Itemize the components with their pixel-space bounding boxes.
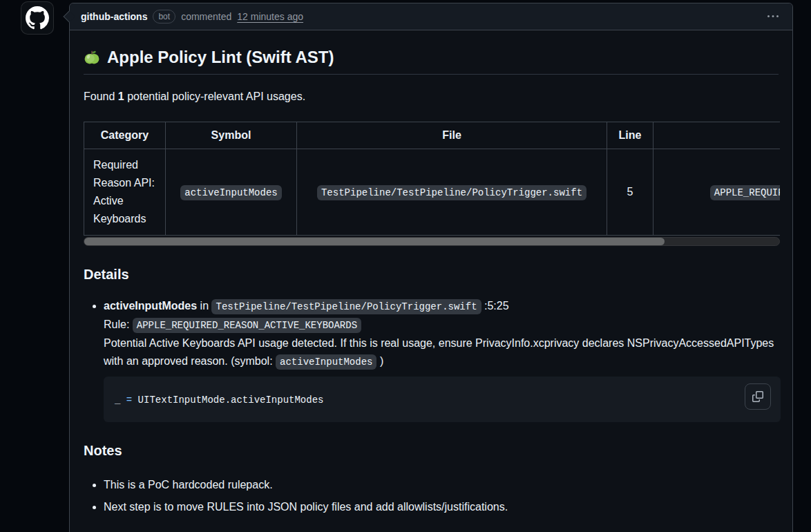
cell-rule: APPLE_REQUIRED_REASON_ACTIVE_KEYBOARDS xyxy=(653,149,781,236)
column-header-file: File xyxy=(297,122,607,149)
detail-file-code: TestPipeline/TestPipeline/PolicyTrigger.… xyxy=(211,299,481,314)
bot-badge: bot xyxy=(153,10,175,23)
kebab-horizontal-icon xyxy=(767,11,779,22)
summary-prefix: Found xyxy=(84,91,118,102)
author-link[interactable]: github-actions xyxy=(81,11,147,22)
cell-line: 5 xyxy=(607,149,653,236)
symbol-note-prefix: (symbol: xyxy=(231,355,276,367)
timestamp-link[interactable]: 12 minutes ago xyxy=(237,11,303,22)
cell-symbol: activeInputModes xyxy=(166,149,297,236)
copy-icon xyxy=(752,391,763,402)
findings-table-viewport: Category Symbol File Line Rule Required … xyxy=(84,122,780,236)
symbol-note-code: activeInputModes xyxy=(276,354,376,370)
comment-header: github-actions bot commented 12 minutes … xyxy=(70,3,792,30)
github-octocat-icon xyxy=(26,6,49,30)
code-block: _ = UITextInputMode.activeInputModes xyxy=(104,377,781,422)
green-apple-icon xyxy=(84,49,100,66)
comment-options-button[interactable] xyxy=(765,8,781,25)
rule-label: Rule: xyxy=(104,319,133,330)
column-header-line: Line xyxy=(607,122,653,149)
details-list: activeInputModes in TestPipeline/TestPip… xyxy=(84,297,779,422)
detail-line-rule: Rule: APPLE_REQUIRED_REASON_ACTIVE_KEYBO… xyxy=(104,316,779,334)
rule-code: APPLE_REQUIRED_REASON_ACTIVE_KEYBOARDS xyxy=(710,185,780,200)
copy-code-button[interactable] xyxy=(745,383,771,410)
detail-description: Potential Active Keyboards API usage det… xyxy=(104,334,779,371)
details-heading: Details xyxy=(84,265,779,283)
code-rhs: UITextInputMode.activeInputModes xyxy=(132,395,323,406)
detail-rule-code: APPLE_REQUIRED_REASON_ACTIVE_KEYBOARDS xyxy=(133,318,361,333)
summary-count: 1 xyxy=(118,91,124,102)
report-title: Apple Policy Lint (Swift AST) xyxy=(84,47,779,75)
detail-line-location: activeInputModes in TestPipeline/TestPip… xyxy=(104,297,779,316)
github-actions-avatar[interactable] xyxy=(21,1,54,35)
table-row: Required Reason API: Active Keyboards ac… xyxy=(84,149,781,236)
notes-list: This is a PoC hardcoded rulepack. Next s… xyxy=(84,476,779,516)
comment-caret xyxy=(64,11,75,23)
code-snippet: _ = UITextInputMode.activeInputModes xyxy=(115,395,323,406)
symbol-code: activeInputModes xyxy=(180,185,281,200)
comment-body: Apple Policy Lint (Swift AST) Found 1 po… xyxy=(70,30,792,531)
action-text: commented xyxy=(181,11,231,22)
file-code: TestPipeline/TestPipeline/PolicyTrigger.… xyxy=(317,185,586,200)
note-item: This is a PoC hardcoded rulepack. xyxy=(104,476,779,494)
comment-card: github-actions bot commented 12 minutes … xyxy=(69,3,793,532)
summary-line: Found 1 potential policy-relevant API us… xyxy=(84,88,779,105)
notes-heading: Notes xyxy=(84,441,779,459)
detail-line-col: :5:25 xyxy=(481,300,509,312)
description-text: Potential Active Keyboards API usage det… xyxy=(104,337,774,367)
findings-table: Category Symbol File Line Rule Required … xyxy=(84,122,780,236)
column-header-symbol: Symbol xyxy=(166,122,297,149)
cell-category: Required Reason API: Active Keyboards xyxy=(84,149,166,236)
summary-suffix: potential policy-relevant API usages. xyxy=(124,91,305,102)
column-header-rule: Rule xyxy=(653,122,781,149)
detail-symbol: activeInputModes xyxy=(104,300,197,312)
cell-file: TestPipeline/TestPipeline/PolicyTrigger.… xyxy=(297,149,607,236)
detail-item: activeInputModes in TestPipeline/TestPip… xyxy=(104,297,779,422)
table-header-row: Category Symbol File Line Rule xyxy=(84,122,781,149)
table-horizontal-scrollbar[interactable] xyxy=(84,237,780,246)
code-lhs: _ xyxy=(115,395,126,406)
code-operator: = xyxy=(126,395,132,406)
scrollbar-thumb[interactable] xyxy=(84,238,665,245)
column-header-category: Category xyxy=(84,122,166,149)
report-title-text: Apple Policy Lint (Swift AST) xyxy=(107,47,334,68)
note-item: Next step is to move RULES into JSON pol… xyxy=(104,498,779,516)
detail-connector: in xyxy=(197,300,211,312)
symbol-note-suffix: ) xyxy=(376,355,383,367)
